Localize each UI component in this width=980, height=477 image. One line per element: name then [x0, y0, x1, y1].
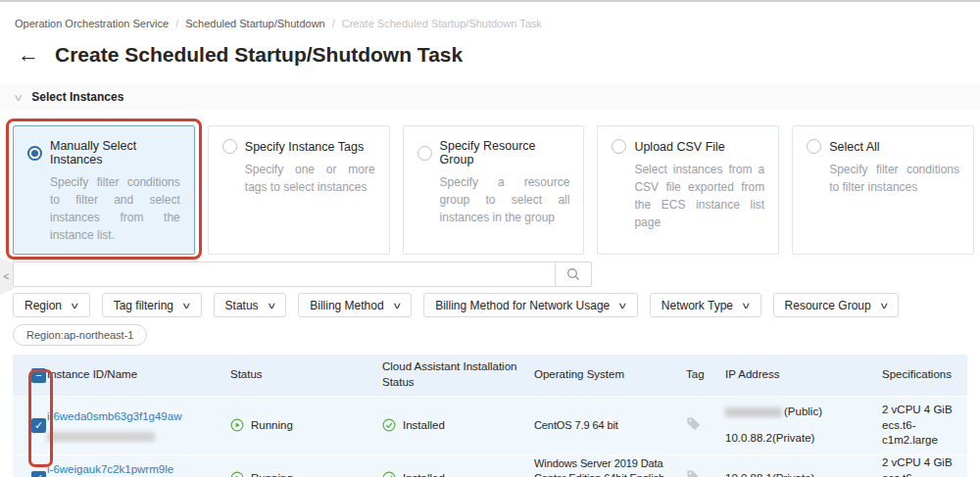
card-description: Specify one or more tags to select insta… — [245, 161, 375, 196]
card-specify-resource-group[interactable]: Specify Resource Group Specify a resourc… — [403, 125, 585, 255]
column-instance-id-name: Instance ID/Name — [47, 367, 230, 383]
spec-instance-type: ecs.t6-c1m2.large — [882, 418, 956, 449]
search-button[interactable] — [555, 262, 592, 287]
chevron-left-icon: < — [4, 271, 10, 282]
filter-label: Billing Method — [310, 299, 383, 312]
breadcrumb-separator: / — [332, 18, 335, 29]
card-manually-select-instances[interactable]: Manually Select Instances Specify filter… — [13, 125, 195, 255]
chevron-down-icon: ∨ — [392, 301, 403, 310]
filter-tag-filtering[interactable]: Tag filtering ∨ — [102, 293, 202, 317]
filter-billing-method[interactable]: Billing Method ∨ — [298, 293, 412, 317]
status-text: Running — [251, 471, 293, 477]
table-row: ✓ i-6weda0smb63g3f1g49aw Running Install… — [13, 396, 967, 454]
column-specifications: Specifications — [882, 367, 967, 383]
card-title: Specify Instance Tags — [245, 140, 364, 154]
filter-status[interactable]: Status ∨ — [214, 293, 287, 317]
card-description: Specify filter conditions to filter and … — [50, 173, 180, 244]
search-icon — [566, 267, 580, 281]
page-title: Create Scheduled Startup/Shutdown Task — [55, 43, 463, 67]
filter-label: Resource Group — [785, 299, 871, 312]
table-row: ✓ i-6weigauk7c2k1pwrm9le Running Install… — [13, 454, 967, 477]
running-status-icon — [230, 471, 244, 477]
chevron-down-icon: ∨ — [741, 301, 752, 310]
select-all-checkbox[interactable]: − — [31, 368, 46, 383]
ip-public-suffix: (Public) — [784, 405, 822, 417]
filter-network-type[interactable]: Network Type ∨ — [650, 293, 761, 317]
chevron-down-icon: ∨ — [13, 92, 24, 103]
filter-label: Billing Method for Network Usage — [435, 299, 610, 312]
installed-status-icon — [382, 471, 396, 477]
installed-status-icon — [382, 418, 396, 432]
cloud-assistant-text: Installed — [403, 418, 445, 434]
ip-public-redacted — [725, 407, 782, 417]
column-tag: Tag — [681, 367, 725, 383]
chevron-down-icon: ∨ — [181, 301, 192, 310]
card-description: Select instances from a CSV file exporte… — [634, 161, 764, 231]
spec-cpu-mem: 2 vCPU 4 GiB — [882, 455, 956, 471]
chevron-down-icon: ∨ — [879, 301, 890, 310]
card-upload-csv-file[interactable]: Upload CSV File Select instances from a … — [597, 125, 779, 255]
selection-mode-cards: Manually Select Instances Specify filter… — [13, 125, 974, 255]
filter-billing-method-network-usage[interactable]: Billing Method for Network Usage ∨ — [423, 293, 638, 317]
active-filters: Region:ap-northeast-1 — [13, 324, 980, 346]
chevron-down-icon: ∨ — [617, 301, 628, 310]
table-header: − Instance ID/Name Status Cloud Assistan… — [13, 355, 967, 396]
card-title: Specify Resource Group — [440, 139, 570, 167]
ip-private: 10.0.88.2(Private) — [725, 431, 870, 447]
radio-unselected-icon[interactable] — [612, 139, 626, 154]
ip-private: 10.0.88.1(Private) — [725, 471, 882, 477]
spec-instance-type: ecs.t6-c1m2.large — [882, 471, 956, 477]
card-title: Upload CSV File — [634, 140, 724, 154]
search-bar — [13, 262, 980, 287]
page-header: ← Create Scheduled Startup/Shutdown Task — [18, 43, 980, 67]
card-title: Manually Select Instances — [50, 139, 180, 167]
running-status-icon — [230, 418, 244, 432]
tag-icon[interactable] — [686, 416, 701, 431]
card-select-all[interactable]: Select All Specify filter conditions to … — [792, 125, 974, 255]
column-cloud-assistant: Cloud Assistant Installation Status — [382, 359, 534, 390]
filter-label: Tag filtering — [114, 299, 173, 312]
section-title: Select Instances — [31, 90, 123, 104]
filter-resource-group[interactable]: Resource Group ∨ — [773, 293, 900, 317]
instance-name-redacted — [47, 432, 155, 442]
radio-selected-icon[interactable] — [27, 146, 42, 161]
row-checkbox[interactable]: ✓ — [31, 418, 46, 433]
instance-table: − Instance ID/Name Status Cloud Assistan… — [13, 355, 967, 477]
filter-chip-region[interactable]: Region:ap-northeast-1 — [13, 324, 147, 346]
search-input[interactable] — [13, 262, 556, 287]
breadcrumb-item[interactable]: Operation Orchestration Service — [15, 18, 169, 29]
breadcrumb-separator: / — [175, 18, 178, 29]
card-specify-instance-tags[interactable]: Specify Instance Tags Specify one or mor… — [208, 125, 390, 255]
tag-icon[interactable] — [686, 469, 701, 477]
chevron-down-icon: ∨ — [267, 301, 277, 310]
card-description: Specify filter conditions to filter inst… — [829, 161, 959, 196]
operating-system-text: Windows Server 2019 Data Center Edition … — [534, 456, 681, 477]
instance-id-link[interactable]: i-6weigauk7c2k1pwrm9le — [47, 463, 173, 475]
filter-label: Status — [225, 299, 259, 312]
cloud-assistant-text: Installed — [403, 471, 445, 477]
row-checkbox[interactable]: ✓ — [31, 471, 46, 477]
instance-id-link[interactable]: i-6weda0smb63g3f1g49aw — [47, 410, 181, 422]
chevron-down-icon: ∨ — [70, 301, 80, 310]
filter-region[interactable]: Region ∨ — [13, 293, 90, 317]
card-description: Specify a resource group to select all i… — [440, 173, 570, 226]
radio-unselected-icon[interactable] — [417, 146, 432, 161]
filter-label: Region — [24, 299, 62, 312]
status-text: Running — [251, 418, 293, 434]
operating-system-text: CentOS 7.9 64 bit — [534, 418, 681, 433]
radio-unselected-icon[interactable] — [222, 139, 237, 154]
breadcrumb-item-current: Create Scheduled Startup/Shutdown Task — [342, 18, 542, 29]
section-select-instances[interactable]: ∨ Select Instances — [0, 84, 980, 110]
column-ip-address: IP Address — [725, 367, 882, 383]
window-top-edge — [0, 0, 980, 2]
back-arrow-icon[interactable]: ← — [18, 44, 39, 66]
radio-unselected-icon[interactable] — [807, 139, 821, 154]
breadcrumb-item[interactable]: Scheduled Startup/Shutdown — [185, 18, 325, 29]
filter-bar: Region ∨ Tag filtering ∨ Status ∨ Billin… — [13, 293, 980, 317]
column-operating-system: Operating System — [534, 367, 681, 383]
card-title: Select All — [829, 140, 879, 154]
spec-cpu-mem: 2 vCPU 4 GiB — [882, 403, 956, 418]
breadcrumb: Operation Orchestration Service / Schedu… — [15, 18, 980, 29]
side-panel-collapse-handle[interactable]: < — [0, 258, 13, 295]
filter-label: Network Type — [662, 299, 733, 312]
